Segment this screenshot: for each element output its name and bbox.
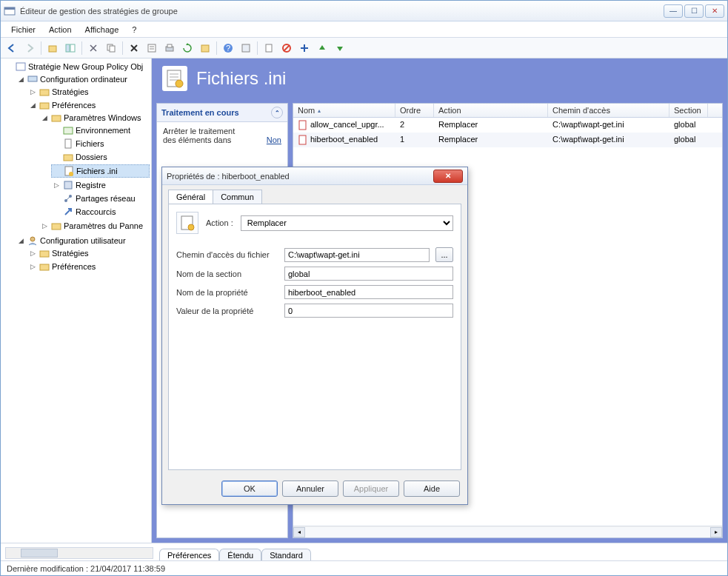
tab-general[interactable]: Général	[168, 190, 213, 204]
svg-rect-6	[110, 46, 115, 52]
move-up-button[interactable]	[314, 40, 330, 56]
value-input[interactable]	[284, 304, 453, 318]
tree-files[interactable]: Fichiers	[51, 138, 150, 150]
scroll-track[interactable]	[305, 527, 710, 538]
policy-icon	[16, 61, 26, 72]
dialog-close-button[interactable]: ✕	[433, 170, 463, 183]
scroll-left-button[interactable]: ◂	[293, 527, 305, 538]
col-name[interactable]: Nom▴	[293, 104, 395, 117]
print-button[interactable]	[161, 40, 178, 56]
tree-strategies2[interactable]: ▷Stratégies	[27, 247, 150, 259]
collapse-icon[interactable]: ⌃	[271, 107, 283, 118]
tab-preferences[interactable]: Préférences	[159, 549, 219, 561]
cut-button[interactable]	[85, 40, 101, 56]
copy-button[interactable]	[103, 40, 119, 56]
tree-strategies[interactable]: ▷Stratégies	[27, 86, 150, 98]
refresh-button[interactable]	[179, 40, 196, 56]
cancel-button[interactable]: Annuler	[282, 480, 338, 497]
tree-control-panel[interactable]: ▷Paramètres du Panne	[39, 220, 150, 232]
col-action[interactable]: Action	[434, 104, 548, 117]
svg-rect-21	[16, 63, 25, 70]
tree-registry[interactable]: ▷Registre	[51, 179, 150, 191]
tree-shortcuts[interactable]: Raccourcis	[51, 206, 150, 218]
file-path-input[interactable]	[284, 248, 430, 262]
tab-extended[interactable]: Étendu	[219, 549, 261, 561]
maximize-button[interactable]: ☐	[684, 4, 704, 18]
browse-button[interactable]: ...	[435, 247, 453, 262]
ok-button[interactable]: OK	[221, 480, 278, 497]
add-button[interactable]	[296, 40, 313, 56]
svg-rect-11	[167, 44, 172, 47]
tree-net-shares[interactable]: Partages réseau	[51, 192, 150, 204]
col-section[interactable]: Section	[669, 104, 708, 117]
table-row[interactable]: hiberboot_enabled 1 Remplacer C:\wapt\wa…	[293, 133, 722, 147]
statusbar: Dernière modification : 21/04/2017 11:38…	[1, 560, 727, 575]
tree-preferences2[interactable]: ▷Préférences	[27, 261, 150, 272]
tree-label: Préférences	[52, 262, 96, 271]
folder-icon	[39, 100, 50, 110]
tree-hscroll[interactable]	[5, 547, 153, 559]
tree-preferences[interactable]: ◢Préférences	[27, 99, 150, 111]
close-button[interactable]: ✕	[705, 4, 724, 18]
apply-button[interactable]: Appliquer	[343, 480, 399, 497]
tab-standard[interactable]: Standard	[261, 549, 311, 561]
tree: Stratégie New Group Policy Obj ◢Configur…	[2, 60, 150, 275]
tree-panel[interactable]: Stratégie New Group Policy Obj ◢Configur…	[1, 58, 152, 543]
cell-action: Remplacer	[434, 134, 548, 146]
ini-icon	[298, 120, 308, 130]
minimize-button[interactable]: —	[664, 4, 683, 18]
menu-file[interactable]: Fichier	[5, 24, 41, 36]
tree-ini-files[interactable]: Fichiers .ini	[51, 164, 150, 178]
grid-hscroll[interactable]: ◂ ▸	[293, 526, 722, 538]
col-order[interactable]: Ordre	[395, 104, 434, 117]
app-icon	[4, 5, 16, 17]
property-input[interactable]	[284, 285, 453, 299]
help-button[interactable]: ?	[220, 40, 236, 56]
tree-environment[interactable]: Environnement	[51, 124, 150, 136]
tree-label: Fichiers .ini	[76, 167, 118, 175]
export-button[interactable]	[197, 40, 213, 56]
scroll-thumb[interactable]	[21, 549, 58, 557]
tree-label: Fichiers	[76, 139, 104, 148]
scroll-right-button[interactable]: ▸	[710, 527, 722, 538]
svg-rect-16	[266, 44, 272, 52]
help-button[interactable]: Aide	[404, 480, 460, 497]
status-text: Dernière modification : 21/04/2017 11:38…	[7, 564, 165, 573]
menubar: Fichier Action Affichage ?	[1, 21, 727, 38]
tree-computer-config[interactable]: ◢Configuration ordinateur	[16, 73, 150, 85]
forward-button[interactable]	[21, 40, 38, 56]
svg-rect-15	[242, 44, 250, 52]
stop-button[interactable]	[278, 40, 295, 56]
folder-icon	[39, 87, 50, 97]
delete-button[interactable]	[126, 40, 142, 56]
svg-rect-22	[28, 76, 37, 81]
menu-view[interactable]: Affichage	[79, 24, 125, 36]
table-row[interactable]: allow_cancel_upgr... 2 Remplacer C:\wapt…	[293, 118, 722, 133]
tree-user-config[interactable]: ◢Configuration utilisateur	[16, 235, 150, 247]
tree-label: Stratégies	[52, 249, 89, 258]
file-path-label: Chemin d'accès du fichier	[176, 250, 278, 259]
tree-folders[interactable]: Dossiers	[51, 151, 150, 163]
move-down-button[interactable]	[332, 40, 348, 56]
section-input[interactable]	[284, 267, 453, 281]
new-item-button[interactable]	[261, 40, 277, 56]
up-button[interactable]	[44, 40, 61, 56]
section-label: Nom de la section	[176, 269, 278, 278]
svg-point-30	[69, 172, 73, 176]
tree-root[interactable]: Stratégie New Group Policy Obj	[4, 61, 150, 73]
options-button[interactable]	[238, 40, 254, 56]
action-select[interactable]: Remplacer	[241, 215, 453, 231]
tree-root-label: Stratégie New Group Policy Obj	[28, 62, 143, 71]
menu-action[interactable]: Action	[43, 24, 78, 36]
back-button[interactable]	[4, 40, 20, 56]
view-tabs: Préférences Étendu Standard	[159, 549, 311, 561]
show-tree-button[interactable]	[62, 40, 79, 56]
processing-header[interactable]: Traitement en cours ⌃	[157, 104, 287, 122]
properties-button[interactable]	[144, 40, 160, 56]
col-path[interactable]: Chemin d'accès	[548, 104, 669, 117]
dialog-titlebar[interactable]: Propriétés de : hiberboot_enabled ✕	[162, 167, 467, 185]
tab-common[interactable]: Commun	[213, 190, 262, 204]
menu-help[interactable]: ?	[126, 24, 142, 36]
sort-asc-icon: ▴	[318, 107, 321, 114]
tree-win-params[interactable]: ◢Paramètres Windows	[39, 112, 150, 124]
